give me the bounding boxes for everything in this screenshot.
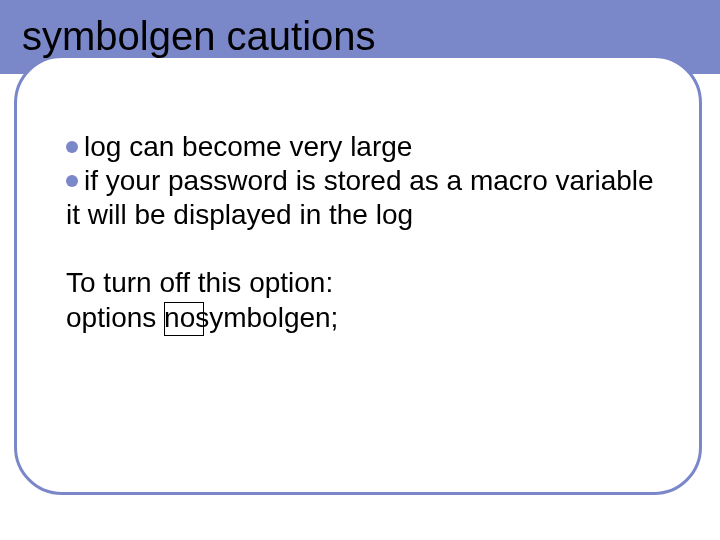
slide-content: log can become very large if your passwo… (66, 130, 666, 335)
turn-off-block: To turn off this option: options nosymbo… (66, 266, 666, 334)
option-line: options nosymbolgen; (66, 301, 666, 335)
turn-off-heading: To turn off this option: (66, 266, 666, 300)
slide: symbolgen cautions log can become very l… (0, 0, 720, 540)
bullet-item: log can become very large (66, 130, 666, 164)
bullet-icon (66, 175, 78, 187)
bullet-text: if your password is stored as a macro va… (66, 165, 654, 230)
bullet-item: if your password is stored as a macro va… (66, 164, 666, 232)
bullet-text: log can become very large (84, 131, 412, 162)
slide-title: symbolgen cautions (22, 14, 376, 59)
option-text: options nosymbolgen; (66, 302, 338, 333)
bullet-icon (66, 141, 78, 153)
